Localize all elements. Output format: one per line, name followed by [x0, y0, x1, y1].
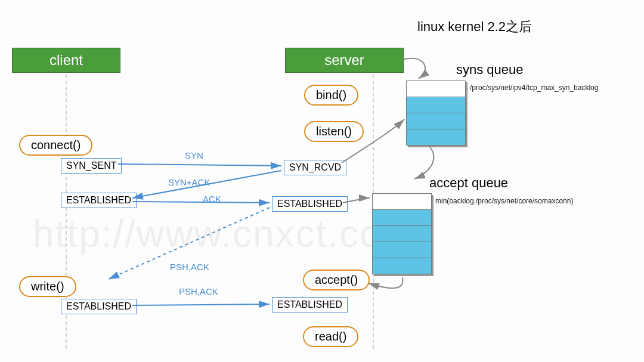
label-pshack2: PSH,ACK: [179, 286, 218, 296]
client-established-2: ESTABLISHED: [61, 299, 137, 314]
watermark: http://www.cnxct.com: [33, 212, 415, 256]
server-established-2: ESTABLISHED: [272, 297, 348, 313]
label-pshack1: PSH,ACK: [170, 262, 209, 272]
arrow-ack: [132, 202, 270, 203]
arrow-to-syns-queue: [402, 58, 425, 79]
syns-queue-path: /proc/sys/net/ipv4/tcp_max_syn_backlog: [470, 83, 598, 92]
accept-queue: [372, 193, 432, 274]
server-established-1: ESTABLISHED: [272, 196, 348, 212]
arrow-pshack-solid: [132, 304, 270, 305]
arrow-syns-to-accept: [414, 146, 434, 179]
syns-queue-title: syns queue: [456, 62, 524, 78]
read-call: read(): [303, 326, 358, 347]
client-syn-sent: SYN_SENT: [61, 158, 122, 174]
label-synack: SYN+ACK: [168, 177, 210, 187]
bind-call: bind(): [304, 85, 358, 106]
label-syn: SYN: [185, 150, 203, 160]
arrow-syn: [118, 164, 281, 166]
accept-queue-title: accept queue: [429, 175, 508, 191]
kernel-version-title: linux kernel 2.2之后: [417, 18, 532, 36]
server-header: server: [285, 48, 404, 73]
listen-call: listen(): [304, 121, 364, 142]
client-header: client: [12, 48, 120, 73]
client-established-1: ESTABLISHED: [61, 193, 137, 208]
server-syn-rcvd: SYN_RCVD: [284, 160, 346, 175]
connect-call: connect(): [19, 135, 92, 156]
accept-call: accept(): [303, 270, 370, 290]
label-ack: ACK: [203, 194, 221, 204]
syns-queue: [406, 81, 466, 146]
write-call: write(): [19, 276, 76, 297]
accept-queue-path: min(backlog,/proc/sys/net/core/somaxconn…: [435, 197, 573, 205]
